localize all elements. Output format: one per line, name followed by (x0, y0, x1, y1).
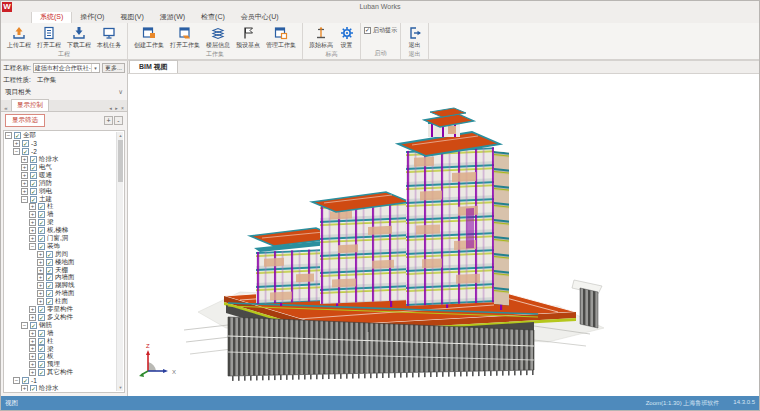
tab-scroll-arrows[interactable]: ◂ ▸ × (109, 105, 127, 111)
tree-node[interactable]: −✓钢筋 (5, 321, 116, 329)
checkbox-icon[interactable]: ✓ (30, 172, 37, 179)
startup-tip-checkbox[interactable]: ✓启动提示 (364, 26, 397, 35)
expand-node-icon[interactable]: + (37, 290, 44, 297)
tree-node[interactable]: +✓消防 (5, 179, 116, 187)
tree-node[interactable]: +✓柱 (5, 337, 116, 345)
ribbon-button-settings[interactable]: 设置 (336, 23, 357, 50)
checkbox-icon[interactable]: ✓ (30, 322, 37, 329)
tree-node[interactable]: +✓其它构件 (5, 369, 116, 377)
expand-node-icon[interactable]: + (29, 235, 36, 242)
checkbox-icon[interactable]: ✓ (30, 156, 37, 163)
expand-node-icon[interactable]: + (29, 330, 36, 337)
tree-node[interactable]: +✓梁 (5, 345, 116, 353)
tree-node[interactable]: +✓墙 (5, 211, 116, 219)
expand-node-icon[interactable]: + (21, 180, 28, 187)
checkbox-icon[interactable]: ✓ (38, 306, 45, 313)
checkbox-icon[interactable]: ✓ (46, 267, 53, 274)
menu-item[interactable]: 操作(O) (72, 11, 112, 23)
collapse-node-icon[interactable]: − (5, 132, 12, 139)
more-button[interactable]: 更多... (102, 63, 125, 73)
tree-node[interactable]: +✓板 (5, 353, 116, 361)
tree-node[interactable]: +✓-3 (5, 140, 116, 148)
expand-node-icon[interactable]: + (29, 219, 36, 226)
checkbox-icon[interactable]: ✓ (22, 140, 29, 147)
tree-node[interactable]: −✓-1 (5, 377, 116, 385)
checkbox-icon[interactable]: ✓ (38, 330, 45, 337)
expand-node-icon[interactable]: + (29, 211, 36, 218)
chevron-down-icon[interactable]: ▾ (91, 64, 99, 72)
expand-node-icon[interactable]: + (29, 227, 36, 234)
expand-node-icon[interactable]: + (29, 203, 36, 210)
expand-node-icon[interactable]: + (37, 251, 44, 258)
ribbon-button-local-task[interactable]: 本机任务 (94, 23, 124, 50)
project-related-section[interactable]: 项目相关 ∨ (1, 85, 127, 98)
expand-node-icon[interactable]: + (37, 282, 44, 289)
checkbox-icon[interactable]: ✓ (38, 345, 45, 352)
expand-node-icon[interactable]: + (29, 369, 36, 376)
checkbox-icon[interactable]: ✓ (38, 338, 45, 345)
checkbox-icon[interactable]: ✓ (30, 188, 37, 195)
checkbox-icon[interactable]: ✓ (46, 290, 53, 297)
ribbon-button-open-project[interactable]: 打开工程 (34, 23, 64, 50)
tree-node[interactable]: −✓-2 (5, 148, 116, 156)
expand-node-icon[interactable]: + (21, 188, 28, 195)
ribbon-button-open-workset[interactable]: 打开工作集 (167, 23, 203, 50)
expand-node-icon[interactable]: + (21, 172, 28, 179)
tree-node[interactable]: +✓墙 (5, 329, 116, 337)
tree-node[interactable]: +✓暖通 (5, 171, 116, 179)
tree-node[interactable]: +✓门窗,洞 (5, 235, 116, 243)
panel-collapse-icon[interactable]: « (1, 105, 11, 111)
checkbox-icon[interactable]: ✓ (38, 243, 45, 250)
tree-node[interactable]: −✓全部 (5, 132, 116, 140)
expand-node-icon[interactable]: + (29, 361, 36, 368)
expand-node-icon[interactable]: + (29, 314, 36, 321)
tree-node[interactable]: +✓弱电 (5, 187, 116, 195)
checkbox-icon[interactable]: ✓ (22, 377, 29, 384)
collapse-node-icon[interactable]: − (21, 322, 28, 329)
checkbox-icon[interactable]: ✓ (30, 196, 37, 203)
ribbon-button-base-point[interactable]: 预设基点 (233, 23, 263, 50)
expand-node-icon[interactable]: + (13, 140, 20, 147)
scrollbar-thumb[interactable] (118, 140, 123, 182)
expand-node-icon[interactable]: + (37, 274, 44, 281)
menu-item[interactable]: 视图(V) (112, 11, 151, 23)
tree-node[interactable]: +✓柱 (5, 203, 116, 211)
checkbox-icon[interactable]: ✓ (46, 259, 53, 266)
tree-scrollbar[interactable]: ▲ ▼ (116, 132, 123, 391)
collapse-node-icon[interactable]: − (13, 148, 20, 155)
ribbon-button-exit[interactable]: 退出 (404, 23, 425, 50)
scroll-up-icon[interactable]: ▲ (117, 132, 124, 139)
expand-node-icon[interactable]: + (21, 164, 28, 171)
ribbon-button-manage-workset[interactable]: 管理工作集 (263, 23, 299, 50)
checkbox-icon[interactable]: ✓ (22, 148, 29, 155)
chevron-collapse-icon[interactable]: ∨ (118, 88, 123, 97)
checkbox-icon[interactable]: ✓ (46, 282, 53, 289)
tree-node[interactable]: +✓给排水 (5, 385, 116, 392)
bim-3d-viewport[interactable]: Z X (128, 74, 759, 396)
checkbox-icon[interactable]: ✓ (38, 361, 45, 368)
checkbox-icon[interactable]: ✓ (46, 274, 53, 281)
checkbox-icon[interactable]: ✓ (38, 369, 45, 376)
expand-node-icon[interactable]: + (29, 306, 36, 313)
tab-bim-view[interactable]: BIM 视图 (129, 60, 178, 73)
project-name-combo[interactable]: 建德市村企合作联社-施工模型 ▾ (33, 63, 100, 73)
expand-all-button[interactable]: + (104, 116, 113, 125)
ribbon-button-elevation[interactable]: 原始标高 (306, 23, 336, 50)
checkbox-icon[interactable]: ✓ (30, 180, 37, 187)
scroll-down-icon[interactable]: ▼ (117, 384, 124, 391)
checkbox-icon[interactable]: ✓ (38, 219, 45, 226)
ribbon-button-floor-info[interactable]: 楼层信息 (203, 23, 233, 50)
tree-node[interactable]: +✓电气 (5, 164, 116, 172)
collapse-node-icon[interactable]: − (21, 196, 28, 203)
tree-node[interactable]: +✓给排水 (5, 156, 116, 164)
menu-item[interactable]: 会员中心(U) (233, 11, 287, 23)
checkbox-icon[interactable]: ✓ (38, 203, 45, 210)
collapse-node-icon[interactable]: − (13, 377, 20, 384)
ribbon-button-upload-project[interactable]: 上传工程 (4, 23, 34, 50)
expand-node-icon[interactable]: + (29, 338, 36, 345)
checkbox-icon[interactable]: ✓ (364, 27, 371, 34)
tree-node[interactable]: −✓土建 (5, 195, 116, 203)
checkbox-icon[interactable]: ✓ (38, 211, 45, 218)
checkbox-icon[interactable]: ✓ (38, 235, 45, 242)
menu-item[interactable]: 检查(C) (193, 11, 233, 23)
